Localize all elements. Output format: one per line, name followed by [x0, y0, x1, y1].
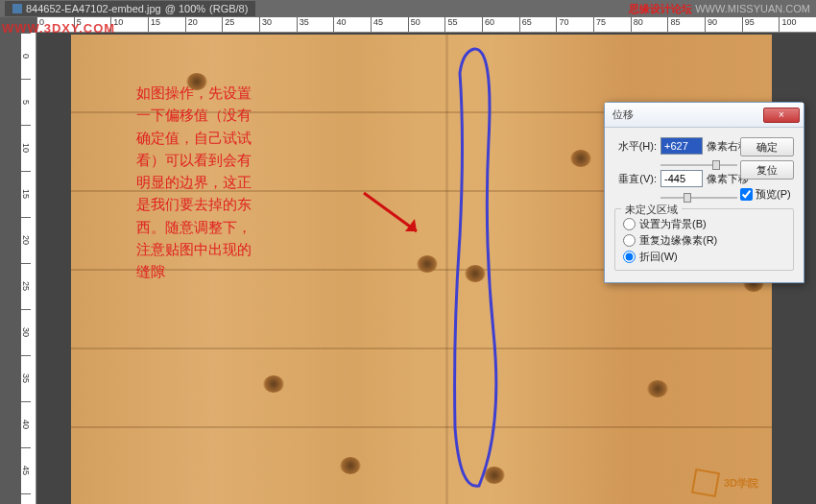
cube-icon: [691, 468, 720, 497]
watermark-right: 思缘设计论坛 WWW.MISSYUAN.COM: [629, 2, 810, 16]
undefined-area-group: 未定义区域 设置为背景(B) 重复边缘像素(R) 折回(W): [614, 208, 794, 271]
ruler-vertical[interactable]: 05101520253035404550556065: [21, 33, 36, 504]
dialog-titlebar[interactable]: 位移 ×: [605, 103, 804, 128]
horizontal-slider[interactable]: [660, 160, 737, 170]
file-icon: [12, 4, 22, 13]
reset-button[interactable]: 复位: [740, 160, 794, 180]
horizontal-label: 水平(H):: [614, 139, 657, 154]
ruler-horizontal[interactable]: 0510152025303540455055606570758085909510…: [36, 17, 816, 33]
vertical-slider[interactable]: [660, 193, 737, 203]
radio-repeat-edge[interactable]: 重复边缘像素(R): [623, 233, 785, 248]
instruction-text: 如图操作，先设置一下偏移值（没有确定值，自己试试看）可以看到会有明显的边界，这正…: [136, 83, 256, 283]
vertical-input[interactable]: [660, 170, 703, 187]
annotation-circle: [436, 44, 522, 495]
dialog-title: 位移: [612, 108, 634, 122]
tab-zoom: @ 100%: [165, 3, 205, 14]
horizontal-input[interactable]: [660, 137, 703, 155]
watermark-left: WWW.3DXY.COM: [2, 21, 115, 36]
vertical-label: 垂直(V):: [614, 172, 657, 186]
offset-dialog: 位移 × 确定 复位 预览(P) 水平(H): 像素右移 垂直(V): 像素下移…: [604, 102, 804, 283]
ok-button[interactable]: 确定: [740, 137, 794, 156]
preview-checkbox[interactable]: 预览(P): [740, 187, 794, 202]
logo-3d: 3D学院: [693, 470, 758, 495]
document-tab[interactable]: 844652-EA47102-embed.jpg @ 100% (RGB/8): [5, 1, 255, 16]
radio-background[interactable]: 设置为背景(B): [623, 217, 785, 231]
group-legend: 未定义区域: [621, 203, 682, 217]
tab-mode: (RGB/8): [209, 3, 248, 14]
annotation-arrow: [359, 188, 436, 246]
close-button[interactable]: ×: [763, 108, 800, 123]
radio-wrap[interactable]: 折回(W): [623, 250, 785, 264]
tab-filename: 844652-EA47102-embed.jpg: [26, 3, 161, 14]
svg-line-0: [364, 193, 417, 231]
